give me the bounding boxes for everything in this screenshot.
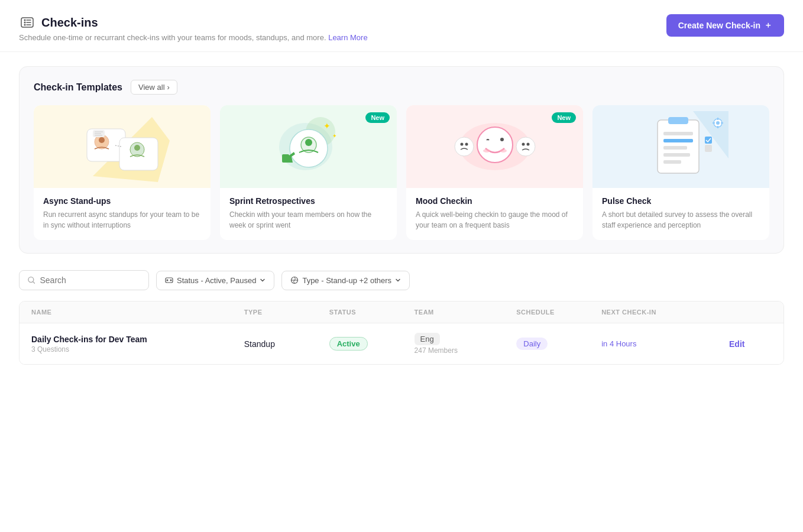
table-header-row: NAME TYPE STATUS TEAM SCHEDULE NEXT CHEC… (20, 301, 783, 323)
template-card-sprint-retro[interactable]: New (220, 105, 397, 240)
edit-button[interactable]: Edit (729, 339, 744, 349)
template-card-image-async (34, 105, 211, 188)
plus-icon: ＋ (764, 20, 772, 31)
svg-point-31 (500, 138, 504, 141)
svg-point-34 (516, 137, 535, 156)
template-title-pulse: Pulse Check (602, 196, 760, 206)
svg-text:✦: ✦ (323, 121, 331, 131)
template-card-image-sprint: New (220, 105, 397, 188)
template-card-mood[interactable]: New (406, 105, 583, 240)
templates-title: Check-in Templates (34, 82, 122, 93)
search-icon (28, 276, 35, 284)
templates-section: Check-in Templates View all › (19, 66, 784, 254)
checkins-table: NAME TYPE STATUS TEAM SCHEDULE NEXT CHEC… (19, 301, 784, 365)
svg-line-54 (33, 282, 35, 284)
search-input[interactable] (40, 275, 140, 285)
template-desc-pulse: A short but detailed survey to assess th… (602, 209, 760, 231)
template-card-image-mood: New (406, 105, 583, 188)
template-card-async-standups[interactable]: Async Stand-ups Run recurrent async stan… (34, 105, 211, 240)
status-filter-button[interactable]: Status - Active, Paused (156, 271, 274, 290)
svg-text:✦: ✦ (332, 133, 337, 139)
main-content: Check-in Templates View all › (0, 52, 803, 379)
new-badge-sprint: New (365, 112, 390, 123)
template-title-sprint: Sprint Retrospectives (229, 196, 387, 206)
svg-point-5 (24, 24, 26, 26)
template-title-async: Async Stand-ups (43, 196, 201, 206)
team-badge: Eng (415, 333, 440, 345)
learn-more-link[interactable]: Learn More (328, 33, 367, 42)
svg-point-1 (24, 22, 26, 24)
svg-point-32 (483, 149, 490, 153)
svg-point-48 (716, 121, 720, 125)
col-schedule: SCHEDULE (516, 309, 601, 316)
view-all-button[interactable]: View all › (131, 80, 177, 95)
row-name-primary: Daily Check-ins for Dev Team (31, 335, 244, 344)
template-desc-mood: A quick well-being checkin to gauge the … (416, 209, 574, 231)
type-filter-button[interactable]: Type - Stand-up +2 others (281, 271, 410, 290)
row-name-sub: 3 Questions (31, 345, 244, 353)
row-status-cell: Active (329, 337, 415, 351)
templates-grid: Async Stand-ups Run recurrent async stan… (34, 105, 769, 240)
svg-rect-42 (663, 146, 687, 150)
template-title-mood: Mood Checkin (416, 196, 574, 206)
svg-rect-40 (663, 132, 693, 135)
svg-point-17 (134, 145, 140, 151)
svg-point-30 (477, 127, 513, 163)
svg-point-10 (99, 137, 105, 143)
page-title: Check-ins (41, 16, 98, 30)
status-badge: Active (329, 337, 368, 351)
svg-point-22 (305, 139, 312, 146)
svg-rect-43 (663, 153, 690, 157)
new-badge-mood: New (552, 112, 576, 123)
svg-point-56 (167, 280, 169, 281)
row-next-checkin: in 4 Hours (601, 339, 729, 348)
search-input-wrapper[interactable] (19, 270, 149, 290)
template-desc-sprint: Checkin with your team members on how th… (229, 209, 387, 231)
col-status: STATUS (329, 309, 415, 316)
svg-rect-41 (663, 139, 693, 142)
row-name-cell: Daily Check-ins for Dev Team 3 Questions (31, 335, 244, 353)
chevron-down-icon-status (260, 277, 265, 283)
schedule-badge: Daily (516, 338, 548, 350)
template-card-image-pulse (592, 105, 769, 188)
chevron-down-icon-type (395, 277, 401, 283)
svg-rect-45 (705, 137, 712, 144)
svg-point-57 (170, 280, 172, 281)
svg-point-27 (455, 137, 474, 156)
type-filter-icon (290, 276, 299, 284)
template-card-body-mood: Mood Checkin A quick well-being checkin … (406, 188, 583, 240)
col-name: NAME (31, 309, 244, 316)
row-schedule-cell: Daily (516, 338, 601, 350)
page-header: Check-ins Schedule one-time or recurrant… (0, 0, 803, 52)
row-type-cell: Standup (244, 339, 329, 349)
template-card-body-pulse: Pulse Check A short but detailed survey … (592, 188, 769, 240)
svg-point-33 (500, 149, 507, 153)
status-filter-icon (165, 276, 173, 284)
chevron-right-icon: › (167, 83, 170, 92)
svg-point-36 (526, 143, 529, 146)
col-type: TYPE (244, 309, 329, 316)
header-left: Check-ins Schedule one-time or recurrant… (19, 14, 368, 42)
svg-point-35 (522, 143, 524, 146)
template-desc-async: Run recurrent async standups for your te… (43, 209, 201, 231)
svg-point-3 (24, 20, 26, 21)
filters-row: Status - Active, Paused Type - Stand-up … (19, 270, 784, 290)
col-actions (729, 309, 772, 316)
svg-point-28 (460, 143, 463, 146)
col-team: TEAM (415, 309, 517, 316)
svg-point-29 (465, 143, 468, 146)
template-card-body-sprint: Sprint Retrospectives Checkin with your … (220, 188, 397, 240)
template-card-pulse[interactable]: Pulse Check A short but detailed survey … (592, 105, 769, 240)
header-title-row: Check-ins (19, 14, 368, 31)
svg-rect-46 (705, 145, 712, 152)
svg-rect-44 (663, 160, 681, 164)
create-checkin-button[interactable]: Create New Check-in ＋ (666, 14, 784, 37)
svg-rect-39 (668, 117, 688, 124)
checkins-icon (19, 14, 35, 31)
row-team-cell: Eng 247 Members (415, 333, 517, 355)
page-subtitle: Schedule one-time or recurrant check-ins… (19, 33, 368, 42)
row-action-cell[interactable]: Edit (729, 339, 772, 349)
templates-header: Check-in Templates View all › (34, 80, 769, 95)
template-card-body-async: Async Stand-ups Run recurrent async stan… (34, 188, 211, 240)
col-next-checkin: NEXT CHECK-IN (601, 309, 729, 316)
